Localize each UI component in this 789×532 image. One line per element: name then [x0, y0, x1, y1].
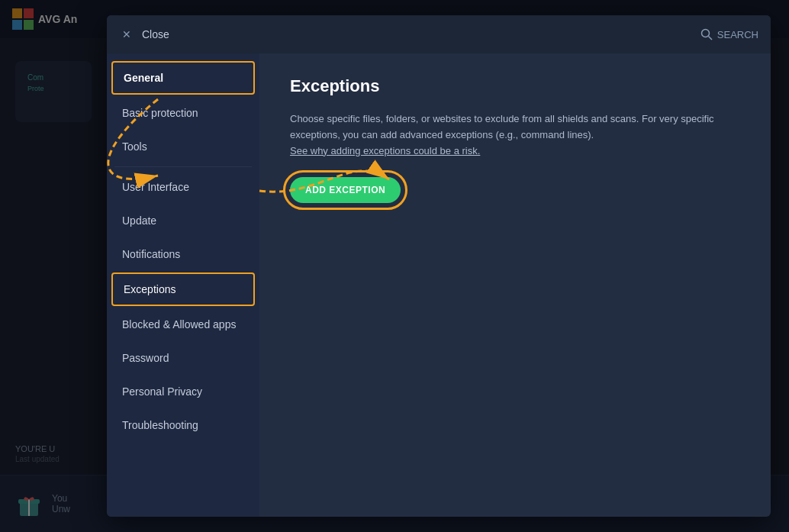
- svg-point-7: [701, 30, 709, 37]
- modal-body: General Basic protection Tools User Inte…: [107, 53, 771, 517]
- content-description: Choose specific files, folders, or websi…: [290, 111, 740, 159]
- sidebar-item-update[interactable]: Update: [107, 204, 259, 237]
- sidebar-divider: [114, 166, 252, 167]
- sidebar-item-general[interactable]: General: [111, 61, 255, 95]
- modal-main-content: Exceptions Choose specific files, folder…: [259, 53, 771, 517]
- modal-sidebar: General Basic protection Tools User Inte…: [107, 53, 259, 517]
- search-button[interactable]: SEARCH: [700, 28, 758, 40]
- sidebar-item-basic-protection[interactable]: Basic protection: [107, 96, 259, 130]
- risk-link[interactable]: See why adding exceptions could be a ris…: [290, 145, 480, 156]
- settings-modal: ✕ Close SEARCH General Basic protection …: [107, 15, 771, 517]
- sidebar-item-exceptions[interactable]: Exceptions: [111, 272, 255, 306]
- search-label: SEARCH: [717, 29, 758, 40]
- sidebar-item-personal-privacy[interactable]: Personal Privacy: [107, 375, 259, 408]
- sidebar-item-notifications[interactable]: Notifications: [107, 237, 259, 271]
- close-button[interactable]: ✕: [119, 27, 134, 42]
- content-title: Exceptions: [290, 76, 740, 96]
- svg-line-8: [708, 37, 712, 40]
- sidebar-item-blocked-allowed[interactable]: Blocked & Allowed apps: [107, 308, 259, 341]
- sidebar-item-user-interface[interactable]: User Interface: [107, 170, 259, 204]
- add-exception-button[interactable]: ADD EXCEPTION: [290, 177, 401, 203]
- sidebar-item-password[interactable]: Password: [107, 341, 259, 375]
- sidebar-item-troubleshooting[interactable]: Troubleshooting: [107, 408, 259, 442]
- sidebar-item-tools[interactable]: Tools: [107, 130, 259, 163]
- search-icon: [700, 28, 713, 40]
- close-label: Close: [142, 28, 169, 40]
- modal-topbar: ✕ Close SEARCH: [107, 15, 771, 53]
